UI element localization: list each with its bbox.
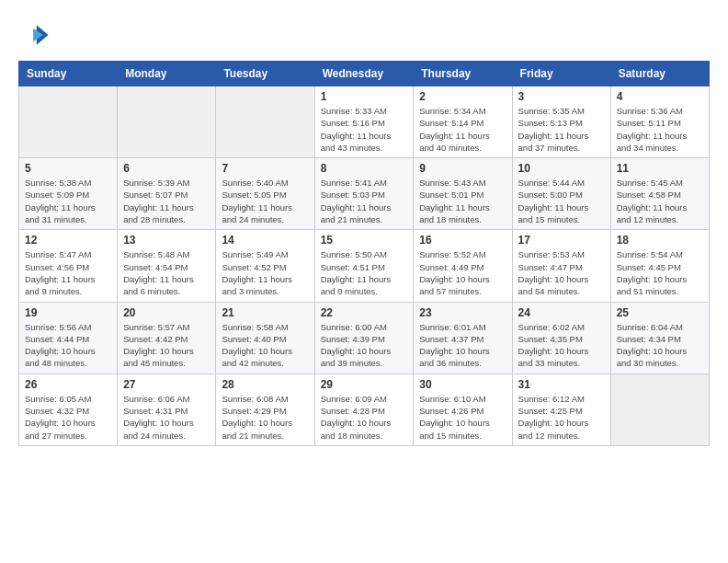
calendar-week-4: 19Sunrise: 5:56 AM Sunset: 4:44 PM Dayli… <box>19 302 710 373</box>
logo-icon <box>18 18 51 52</box>
calendar-cell: 13Sunrise: 5:48 AM Sunset: 4:54 PM Dayli… <box>118 230 216 302</box>
calendar-cell: 22Sunrise: 6:00 AM Sunset: 4:39 PM Dayli… <box>314 302 414 373</box>
day-number: 2 <box>419 90 506 103</box>
weekday-header-monday: Monday <box>118 62 216 86</box>
calendar-cell: 2Sunrise: 5:34 AM Sunset: 5:14 PM Daylig… <box>414 86 512 158</box>
calendar-cell: 6Sunrise: 5:39 AM Sunset: 5:07 PM Daylig… <box>118 158 216 230</box>
day-info: Sunrise: 5:38 AM Sunset: 5:09 PM Dayligh… <box>25 177 111 225</box>
calendar-cell: 7Sunrise: 5:40 AM Sunset: 5:05 PM Daylig… <box>216 158 314 230</box>
calendar-cell: 16Sunrise: 5:52 AM Sunset: 4:49 PM Dayli… <box>414 230 512 302</box>
day-info: Sunrise: 5:39 AM Sunset: 5:07 PM Dayligh… <box>123 177 210 225</box>
page-header <box>18 18 710 52</box>
calendar-cell: 20Sunrise: 5:57 AM Sunset: 4:42 PM Dayli… <box>118 302 216 373</box>
weekday-header-wednesday: Wednesday <box>314 62 414 86</box>
day-number: 15 <box>321 234 408 247</box>
day-info: Sunrise: 5:40 AM Sunset: 5:05 PM Dayligh… <box>222 177 308 225</box>
day-number: 22 <box>321 306 408 319</box>
day-info: Sunrise: 5:35 AM Sunset: 5:13 PM Dayligh… <box>518 105 605 154</box>
calendar-cell <box>610 373 709 445</box>
calendar-cell: 14Sunrise: 5:49 AM Sunset: 4:52 PM Dayli… <box>216 230 314 302</box>
day-info: Sunrise: 5:56 AM Sunset: 4:44 PM Dayligh… <box>25 321 111 370</box>
day-number: 11 <box>617 162 703 175</box>
weekday-header-saturday: Saturday <box>610 62 709 86</box>
calendar-table: SundayMondayTuesdayWednesdayThursdayFrid… <box>18 61 710 446</box>
day-info: Sunrise: 6:02 AM Sunset: 4:35 PM Dayligh… <box>518 321 605 370</box>
day-info: Sunrise: 5:57 AM Sunset: 4:42 PM Dayligh… <box>123 321 210 370</box>
day-number: 24 <box>518 306 605 319</box>
day-number: 21 <box>222 306 308 319</box>
calendar-cell: 9Sunrise: 5:43 AM Sunset: 5:01 PM Daylig… <box>414 158 512 230</box>
day-info: Sunrise: 6:06 AM Sunset: 4:31 PM Dayligh… <box>123 393 210 442</box>
day-number: 19 <box>25 306 111 319</box>
calendar-week-1: 1Sunrise: 5:33 AM Sunset: 5:16 PM Daylig… <box>19 86 710 158</box>
calendar-cell: 12Sunrise: 5:47 AM Sunset: 4:56 PM Dayli… <box>19 230 118 302</box>
day-number: 27 <box>123 378 210 391</box>
day-number: 4 <box>617 90 703 103</box>
day-number: 28 <box>222 378 308 391</box>
day-info: Sunrise: 5:52 AM Sunset: 4:49 PM Dayligh… <box>419 248 506 297</box>
day-info: Sunrise: 6:00 AM Sunset: 4:39 PM Dayligh… <box>321 321 408 370</box>
calendar-week-3: 12Sunrise: 5:47 AM Sunset: 4:56 PM Dayli… <box>19 230 710 302</box>
calendar-cell: 15Sunrise: 5:50 AM Sunset: 4:51 PM Dayli… <box>314 230 414 302</box>
day-number: 1 <box>321 90 408 103</box>
calendar-week-2: 5Sunrise: 5:38 AM Sunset: 5:09 PM Daylig… <box>19 158 710 230</box>
day-number: 13 <box>123 234 210 247</box>
day-info: Sunrise: 5:53 AM Sunset: 4:47 PM Dayligh… <box>518 248 605 297</box>
day-number: 29 <box>321 378 408 391</box>
weekday-header-thursday: Thursday <box>414 62 512 86</box>
day-info: Sunrise: 5:43 AM Sunset: 5:01 PM Dayligh… <box>419 177 506 225</box>
day-number: 18 <box>617 234 703 247</box>
day-info: Sunrise: 6:09 AM Sunset: 4:28 PM Dayligh… <box>321 393 408 442</box>
day-number: 10 <box>518 162 605 175</box>
weekday-header-row: SundayMondayTuesdayWednesdayThursdayFrid… <box>19 62 710 86</box>
weekday-header-sunday: Sunday <box>19 62 118 86</box>
day-number: 31 <box>518 378 605 391</box>
day-number: 9 <box>419 162 506 175</box>
day-number: 26 <box>25 378 111 391</box>
calendar-cell: 1Sunrise: 5:33 AM Sunset: 5:16 PM Daylig… <box>314 86 414 158</box>
day-number: 25 <box>617 306 703 319</box>
day-info: Sunrise: 5:45 AM Sunset: 4:58 PM Dayligh… <box>617 177 703 225</box>
day-info: Sunrise: 5:47 AM Sunset: 4:56 PM Dayligh… <box>25 248 111 297</box>
calendar-cell: 24Sunrise: 6:02 AM Sunset: 4:35 PM Dayli… <box>512 302 610 373</box>
day-info: Sunrise: 5:49 AM Sunset: 4:52 PM Dayligh… <box>222 248 308 297</box>
day-info: Sunrise: 6:01 AM Sunset: 4:37 PM Dayligh… <box>419 321 506 370</box>
calendar-cell: 25Sunrise: 6:04 AM Sunset: 4:34 PM Dayli… <box>610 302 709 373</box>
calendar-cell: 10Sunrise: 5:44 AM Sunset: 5:00 PM Dayli… <box>512 158 610 230</box>
calendar-cell: 5Sunrise: 5:38 AM Sunset: 5:09 PM Daylig… <box>19 158 118 230</box>
logo <box>18 18 55 52</box>
weekday-header-tuesday: Tuesday <box>216 62 314 86</box>
calendar-cell: 17Sunrise: 5:53 AM Sunset: 4:47 PM Dayli… <box>512 230 610 302</box>
day-info: Sunrise: 5:41 AM Sunset: 5:03 PM Dayligh… <box>321 177 408 225</box>
calendar-cell: 23Sunrise: 6:01 AM Sunset: 4:37 PM Dayli… <box>414 302 512 373</box>
calendar-cell: 26Sunrise: 6:05 AM Sunset: 4:32 PM Dayli… <box>19 373 118 445</box>
calendar-cell: 19Sunrise: 5:56 AM Sunset: 4:44 PM Dayli… <box>19 302 118 373</box>
calendar-week-5: 26Sunrise: 6:05 AM Sunset: 4:32 PM Dayli… <box>19 373 710 445</box>
day-info: Sunrise: 6:04 AM Sunset: 4:34 PM Dayligh… <box>617 321 703 370</box>
calendar-cell <box>118 86 216 158</box>
day-info: Sunrise: 6:08 AM Sunset: 4:29 PM Dayligh… <box>222 393 308 442</box>
day-number: 20 <box>123 306 210 319</box>
day-number: 5 <box>25 162 111 175</box>
day-info: Sunrise: 6:10 AM Sunset: 4:26 PM Dayligh… <box>419 393 506 442</box>
calendar-cell: 3Sunrise: 5:35 AM Sunset: 5:13 PM Daylig… <box>512 86 610 158</box>
day-number: 14 <box>222 234 308 247</box>
day-number: 23 <box>419 306 506 319</box>
day-info: Sunrise: 6:12 AM Sunset: 4:25 PM Dayligh… <box>518 393 605 442</box>
day-number: 6 <box>123 162 210 175</box>
calendar-cell <box>216 86 314 158</box>
day-info: Sunrise: 5:34 AM Sunset: 5:14 PM Dayligh… <box>419 105 506 154</box>
calendar-cell: 4Sunrise: 5:36 AM Sunset: 5:11 PM Daylig… <box>610 86 709 158</box>
calendar-cell: 29Sunrise: 6:09 AM Sunset: 4:28 PM Dayli… <box>314 373 414 445</box>
day-number: 17 <box>518 234 605 247</box>
calendar-cell: 11Sunrise: 5:45 AM Sunset: 4:58 PM Dayli… <box>610 158 709 230</box>
day-number: 7 <box>222 162 308 175</box>
day-info: Sunrise: 5:36 AM Sunset: 5:11 PM Dayligh… <box>617 105 703 154</box>
calendar-cell: 28Sunrise: 6:08 AM Sunset: 4:29 PM Dayli… <box>216 373 314 445</box>
day-number: 30 <box>419 378 506 391</box>
calendar-cell: 31Sunrise: 6:12 AM Sunset: 4:25 PM Dayli… <box>512 373 610 445</box>
day-info: Sunrise: 5:58 AM Sunset: 4:40 PM Dayligh… <box>222 321 308 370</box>
day-info: Sunrise: 5:44 AM Sunset: 5:00 PM Dayligh… <box>518 177 605 225</box>
calendar-cell: 21Sunrise: 5:58 AM Sunset: 4:40 PM Dayli… <box>216 302 314 373</box>
day-number: 12 <box>25 234 111 247</box>
